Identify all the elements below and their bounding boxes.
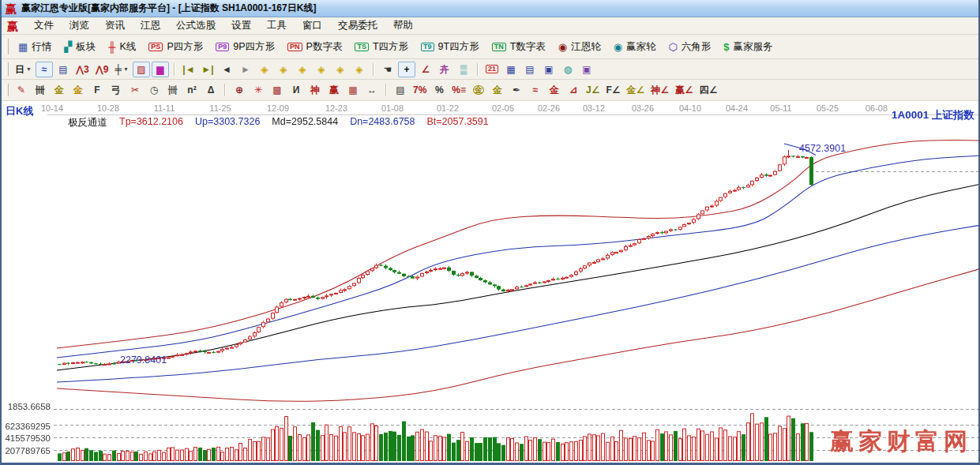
grid-tool-button[interactable]: 卉 — [436, 62, 453, 77]
angle-tool-button[interactable]: ⊿ — [565, 82, 582, 98]
n-wave-button[interactable]: И — [287, 82, 305, 98]
period-day-button[interactable]: 日▼ — [13, 62, 34, 77]
f10-info-button[interactable]: ▤ — [54, 62, 72, 77]
menu-item-6[interactable]: 工具 — [259, 17, 295, 34]
scribble-button[interactable]: ▨ — [133, 62, 150, 77]
scale-v-button[interactable]: ◈ — [313, 62, 330, 77]
f-angle-button[interactable]: F∠ — [603, 82, 622, 98]
angle-measure-button[interactable]: ∠ — [417, 62, 434, 77]
wave-tool-button[interactable]: ≈ — [527, 82, 544, 98]
channel-name: 极反通道 — [68, 116, 107, 129]
toolbar-button-label: 9P四方形 — [233, 40, 275, 54]
menu-items: 文件浏览资讯江恩公式选股设置工具窗口交易委托帮助 — [26, 17, 421, 34]
gold-lines-2-button[interactable]: 金 — [69, 82, 87, 98]
toolbar-grip[interactable] — [5, 62, 9, 75]
winner-wheel-button[interactable]: ◉赢家轮 — [608, 38, 662, 56]
calendar-button[interactable]: 21 — [483, 62, 501, 77]
gold-lines-button[interactable]: 金 — [51, 82, 68, 98]
trend-chart-button[interactable]: ≈ — [36, 62, 53, 77]
menu-item-8[interactable]: 交易委托 — [330, 17, 385, 34]
neural-button[interactable]: ▒ — [455, 62, 472, 77]
kline-canvas[interactable] — [2, 101, 978, 463]
time-cycle-button[interactable]: ◷ — [145, 82, 163, 98]
data-manager-button[interactable]: ◍ — [559, 62, 576, 77]
percent-7-button[interactable]: 7% — [411, 82, 429, 98]
scale-all-button[interactable]: ◈ — [332, 62, 349, 77]
menu-item-2[interactable]: 资讯 — [97, 17, 133, 34]
hand-tool-button[interactable]: ☚ — [379, 62, 396, 77]
winner-angle-button[interactable]: 赢∠ — [673, 82, 696, 98]
box-web-button[interactable]: ▩ — [268, 82, 286, 98]
toolbar-grip[interactable] — [5, 39, 9, 54]
ink-angle-button[interactable]: ✒ — [508, 82, 525, 98]
kline-button[interactable]: ╫K线 — [103, 38, 141, 56]
toolbar-grip[interactable] — [5, 84, 9, 97]
angle-fan-button[interactable]: Δ — [202, 82, 220, 98]
candle-style-button[interactable]: ╪▼ — [113, 62, 131, 77]
menu-item-5[interactable]: 设置 — [223, 17, 259, 34]
j-angle-button[interactable]: J∠ — [584, 82, 602, 98]
winner-service-button[interactable]: $赢家服务 — [718, 38, 778, 56]
arc-tool-button[interactable]: 弓 — [107, 82, 125, 98]
stats-panel-button[interactable]: ▤ — [392, 82, 409, 98]
menu-item-9[interactable]: 帮助 — [385, 17, 421, 34]
percent-button[interactable]: % — [430, 82, 448, 98]
box-web-icon: ▩ — [272, 85, 281, 95]
fib-lines-button[interactable]: F — [88, 82, 106, 98]
date-tick: 05-25 — [817, 103, 839, 113]
report-icon: ▤ — [525, 65, 534, 74]
9p-square-button[interactable]: P99P四方形 — [210, 38, 280, 56]
four-angle-button[interactable]: 四∠ — [697, 82, 720, 98]
mini-chart-9-button[interactable]: ⋀9 — [93, 62, 111, 77]
scale-left-button[interactable]: ◈ — [256, 62, 273, 77]
toolbar-button-label: T四方形 — [373, 40, 408, 54]
grid-comb-button[interactable]: 卌 — [164, 82, 182, 98]
scale-fit-button[interactable]: ◈ — [351, 62, 368, 77]
draw-pen-button[interactable]: ✎ — [13, 82, 30, 98]
scale-h-button[interactable]: ◈ — [294, 62, 311, 77]
p-number-button[interactable]: PNP数字表 — [282, 38, 347, 56]
histogram-button[interactable]: ▆ — [152, 62, 169, 77]
last-page-button[interactable]: ►| — [199, 62, 216, 77]
gann-lines-button[interactable]: 卌 — [32, 82, 49, 98]
save-button[interactable]: ▣ — [540, 62, 558, 77]
t-square-button[interactable]: TST四方形 — [349, 38, 414, 56]
quotes-button[interactable]: ▦行情 — [13, 38, 57, 56]
gold-angle-red-button[interactable]: 金 — [546, 82, 563, 98]
calculator-button[interactable]: ▦ — [502, 62, 520, 77]
crosshair-button[interactable]: + — [398, 62, 415, 77]
menu-item-3[interactable]: 江恩 — [133, 17, 168, 34]
magic-angle-button[interactable]: 神∠ — [648, 82, 671, 98]
span-measure-button[interactable]: ↔ — [363, 82, 381, 98]
scale-right-button[interactable]: ◈ — [275, 62, 292, 77]
gold-angle-button[interactable]: 金∠ — [625, 82, 648, 98]
gann-target-button[interactable]: ⊕ — [231, 82, 248, 98]
first-page-button[interactable]: |◄ — [180, 62, 197, 77]
p-square-button[interactable]: PSP四方形 — [143, 38, 208, 56]
ray-web-button[interactable]: ✳ — [250, 82, 267, 98]
square-numbers-button[interactable]: n² — [183, 82, 201, 98]
report-button[interactable]: ▤ — [521, 62, 539, 77]
winner-tool-button[interactable]: 赢 — [325, 82, 343, 98]
gold-ratio-button[interactable]: 金 — [489, 82, 506, 98]
menu-item-1[interactable]: 浏览 — [62, 17, 97, 34]
gold-circle-button[interactable]: 金 — [470, 82, 487, 98]
gann-wheel-button[interactable]: ◉江恩轮 — [553, 38, 606, 56]
cut-tool-button[interactable]: ✂ — [126, 82, 144, 98]
next-page-button[interactable]: ► — [237, 62, 254, 77]
magic-tool-button[interactable]: 神 — [306, 82, 324, 98]
prev-page-button[interactable]: ◄ — [218, 62, 235, 77]
9t-square-button[interactable]: T99T四方形 — [415, 38, 485, 56]
winner-tool-icon: 赢 — [329, 85, 339, 95]
remote-pc-button[interactable]: ▣ — [578, 62, 595, 77]
percent-lines-button[interactable]: %≡ — [449, 82, 468, 98]
hexagon-button[interactable]: ⬡六角形 — [663, 38, 716, 56]
menu-item-0[interactable]: 文件 — [26, 17, 62, 34]
menu-item-4[interactable]: 公式选股 — [168, 17, 223, 34]
t-number-button[interactable]: TNT数字表 — [486, 38, 551, 56]
price-grid-button[interactable]: ▦ — [344, 82, 362, 98]
mini-chart-3-button[interactable]: ⋀3 — [73, 62, 92, 77]
t-number-icon: TN — [492, 43, 506, 51]
sectors-button[interactable]: ▞板块 — [58, 38, 101, 56]
menu-item-7[interactable]: 窗口 — [295, 17, 330, 34]
